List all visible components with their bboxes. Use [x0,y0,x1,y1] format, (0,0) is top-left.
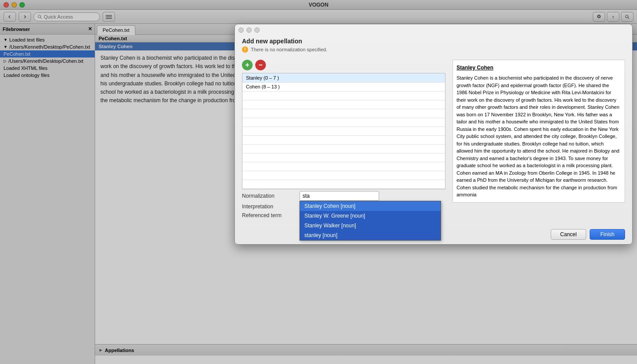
table-row [242,118,445,126]
modal-left: + − Stanley (0 – 7 ) [242,60,445,221]
table-row [242,109,445,118]
normalization-label: Normalization [242,193,299,199]
modal-add-appellation: Add new appellation ! There is no normal… [234,24,633,245]
modal-backdrop: Add new appellation ! There is no normal… [0,0,637,364]
dropdown-item-3[interactable]: stanley [noun] [300,230,441,240]
token-cell-empty [393,73,419,82]
table-row [242,126,445,135]
modal-title-bar [235,24,632,36]
token-cell-empty2 [419,82,445,91]
token-cell-empty [393,82,419,91]
dropdown-item-1[interactable]: Stanley W. Greene [noun] [300,211,441,221]
table-row [242,135,445,144]
token-cell-empty2 [419,73,445,82]
add-token-button[interactable]: + [242,60,253,70]
modal-header: Add new appellation ! There is no normal… [235,36,632,56]
remove-token-button[interactable]: − [255,60,266,70]
dropdown-item-0[interactable]: Stanley Cohen [noun] [300,201,441,211]
interpretation-label: Interpretation [242,203,299,210]
dropdown-item-2[interactable]: Stanley Walker [noun] [300,221,441,230]
modal-warning-text: There is no normalization specified. [251,47,327,52]
form-section: Normalization Stanley Cohen [noun] Stanl… [242,191,445,218]
dropdown-list: Stanley Cohen [noun] Stanley W. Greene [… [299,201,441,241]
desc-title: Stanley Cohen [457,64,621,72]
table-row [242,153,445,162]
modal-title: Add new appellation [242,38,625,45]
table-row [242,171,445,180]
form-row-normalization: Normalization Stanley Cohen [noun] Stanl… [242,191,445,201]
table-row[interactable]: Cohen (8 – 13 ) [242,82,445,91]
modal-max-icon[interactable] [254,27,260,33]
cancel-button[interactable]: Cancel [551,229,586,240]
table-row [242,91,445,100]
desc-panel: Stanley Cohen Stanley Cohen is a biochem… [453,60,625,203]
table-row [242,144,445,153]
table-row[interactable]: Stanley (0 – 7 ) [242,73,445,82]
token-cell: Cohen (8 – 13 ) [242,82,393,91]
token-cell: Stanley (0 – 7 ) [242,73,393,82]
modal-columns: + − Stanley (0 – 7 ) [242,60,625,221]
token-table: Stanley (0 – 7 ) Cohen (8 – 13 ) [242,73,445,189]
table-row [242,100,445,109]
modal-warning: ! There is no normalization specified. [242,46,625,53]
finish-button[interactable]: Finish [590,229,625,240]
table-row [242,162,445,171]
table-row [242,180,445,188]
normalization-input[interactable] [299,191,379,201]
modal-right: Stanley Cohen Stanley Cohen is a biochem… [449,60,625,221]
modal-min-icon[interactable] [246,27,252,33]
warning-icon: ! [242,46,248,53]
desc-text: Stanley Cohen is a biochemist who partic… [457,74,621,199]
dropdown-container: Stanley Cohen [noun] Stanley W. Greene [… [299,191,379,201]
token-controls: + − [242,60,445,70]
referenced-term-label: Referenced term [242,212,299,218]
modal-close-icon[interactable] [238,27,244,33]
modal-body: + − Stanley (0 – 7 ) [235,56,632,225]
